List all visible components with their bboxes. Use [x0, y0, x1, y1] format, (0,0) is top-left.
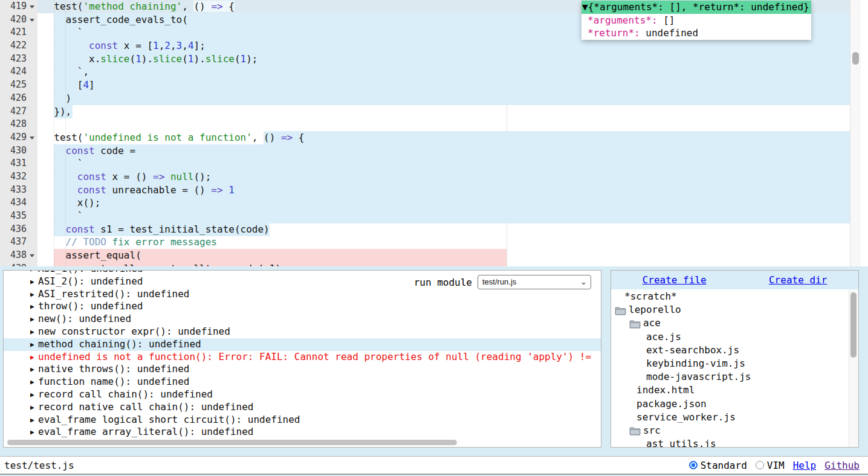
fold-icon[interactable] [30, 137, 34, 140]
expand-arrow-icon[interactable]: ▶ [30, 402, 38, 414]
tree-file[interactable]: *scratch* [611, 290, 858, 303]
code-line[interactable]: 438 assert_equal( [0, 249, 868, 262]
code-line[interactable]: 439 const call = root_calltree_node(s1) [0, 262, 868, 266]
create-file-link[interactable]: Create file [643, 274, 707, 286]
code-line[interactable]: 426 ) [0, 92, 868, 105]
tree-item-label: ast_utils.js [646, 437, 716, 447]
code-line[interactable]: 424 `, [0, 65, 868, 79]
line-number: 427 [0, 105, 27, 118]
code-text: ) [42, 92, 71, 105]
keybinding-vim-option[interactable]: VIM [756, 460, 785, 471]
test-result-item[interactable]: ▶function name(): undefined [4, 376, 601, 388]
code-line[interactable]: 427 }), [0, 105, 868, 118]
code-line[interactable]: 434 x(); [0, 196, 868, 210]
code-line[interactable]: 425 [4] [0, 79, 868, 92]
file-tree-panel: Create file Create dir *scratch*leporell… [611, 270, 859, 448]
code-line[interactable]: 429 test('undefined is not a function', … [0, 131, 868, 144]
test-result-item[interactable]: ▶ASI_restrited(): undefined [4, 288, 601, 301]
expand-arrow-icon[interactable]: ▶ [30, 276, 38, 289]
expand-arrow-icon[interactable]: ▶ [30, 314, 38, 326]
radio-standard[interactable] [689, 461, 698, 469]
line-number: 436 [0, 223, 27, 236]
run-module-label: run module [414, 277, 472, 288]
tree-scrollbar[interactable] [849, 290, 858, 447]
expand-arrow-icon[interactable]: ▶ [30, 414, 38, 427]
expand-arrow-icon[interactable]: ▶ [30, 376, 38, 389]
code-line[interactable]: 436 const s1 = test_initial_state(code) [0, 223, 868, 236]
expand-arrow-icon[interactable]: ▶ [30, 364, 38, 376]
radio-vim[interactable] [756, 461, 764, 469]
tooltip-header[interactable]: ▼{*arguments*: [], *return*: undefined} [581, 1, 811, 14]
test-result-item[interactable]: ▶method chaining(): undefined [4, 338, 601, 351]
expand-arrow-icon[interactable]: ▶ [30, 426, 38, 439]
tree-file[interactable]: package.json [611, 397, 858, 411]
test-result-item[interactable]: ▶eval_frame array_literal(): undefined [4, 426, 601, 439]
fold-icon[interactable] [30, 254, 34, 257]
tree-file[interactable]: service_worker.js [611, 411, 858, 424]
test-result-item[interactable]: ▶throw(): undefined [4, 300, 601, 313]
test-result-item[interactable]: ▶record call chain(): undefined [4, 388, 601, 401]
line-number: 420 [0, 13, 27, 27]
code-line[interactable]: 422 const x = [1,2,3,4]; [0, 39, 868, 53]
tree-folder[interactable]: ace [611, 317, 858, 330]
test-result-item[interactable]: ▶native throws(): undefined [4, 363, 601, 376]
expand-arrow-icon[interactable]: ▶ [30, 301, 38, 314]
value-tooltip: ▼{*arguments*: [], *return*: undefined} … [581, 1, 811, 40]
code-line[interactable]: 432 const x = () => null(); [0, 170, 868, 184]
expand-arrow-icon[interactable]: ▶ [30, 352, 38, 364]
editor-scrollbar-thumb[interactable] [852, 52, 859, 65]
tree-file[interactable]: mode-javascript.js [611, 370, 858, 384]
code-line[interactable]: 437 // TODO fix error messages [0, 236, 868, 249]
tree-folder[interactable]: leporello [611, 303, 858, 317]
code-line[interactable]: 423 x.slice(1).slice(1).slice(1); [0, 53, 868, 66]
tree-file[interactable]: ast_utils.js [611, 437, 858, 447]
code-text: assert_equal( [42, 249, 141, 262]
test-result-item[interactable]: ▶undefined is not a function(): Error: F… [4, 351, 601, 364]
github-link[interactable]: Github [824, 460, 860, 471]
code-line[interactable]: 433 const unreachable = () => 1 [0, 184, 868, 197]
test-result-item[interactable]: ▶new(): undefined [4, 313, 601, 326]
test-result-item[interactable]: ▶new constructor expr(): undefined [4, 326, 601, 338]
tree-item-label: ext-searchbox.js [646, 344, 739, 357]
tree-file[interactable]: keybinding-vim.js [611, 357, 858, 370]
folder-icon [629, 426, 641, 435]
expand-arrow-icon[interactable]: ▶ [30, 389, 38, 402]
code-line[interactable]: 431 ` [0, 157, 868, 170]
line-number: 432 [0, 170, 27, 184]
run-module-select[interactable]: test/run.js⌄ [478, 275, 591, 289]
test-result-item[interactable]: ▶record native call chain(): undefined [4, 401, 601, 414]
line-number: 439 [0, 262, 27, 266]
code-text: `, [42, 65, 89, 79]
tree-item-label: src [643, 424, 661, 437]
create-dir-link[interactable]: Create dir [769, 274, 827, 286]
code-text: assert_code_evals_to( [42, 13, 188, 27]
expand-arrow-icon[interactable]: ▶ [30, 326, 38, 339]
fold-icon[interactable] [30, 5, 34, 8]
results-hscrollbar-thumb[interactable] [7, 440, 457, 445]
expand-arrow-icon[interactable]: ▶ [30, 289, 38, 301]
editor-scrollbar[interactable] [850, 0, 861, 266]
help-link[interactable]: Help [793, 460, 817, 471]
test-result-item[interactable]: ▶eval_frame logical short circuit(): und… [4, 414, 601, 426]
code-line[interactable]: 428 [0, 118, 868, 131]
tree-item-label: service_worker.js [636, 411, 736, 424]
tooltip-entry[interactable]: *arguments*: [] [581, 14, 811, 27]
tree-scrollbar-thumb[interactable] [850, 292, 857, 358]
line-number: 426 [0, 92, 27, 105]
code-line[interactable]: 430 const code = [0, 144, 868, 158]
tree-file[interactable]: index.html [611, 384, 858, 397]
tree-folder[interactable]: src [611, 424, 858, 437]
expand-arrow-icon[interactable]: ▶ [30, 339, 38, 352]
tree-file[interactable]: ace.js [611, 330, 858, 344]
test-result-label: ASI_1(): undefined [38, 270, 143, 274]
code-editor[interactable]: 419 test('method chaining', () => {420 a… [0, 0, 868, 266]
expander-icon[interactable]: ▼ [582, 1, 588, 13]
fold-icon[interactable] [30, 19, 34, 22]
code-line[interactable]: 435 ` [0, 210, 868, 223]
keybinding-standard-option[interactable]: Standard [689, 460, 747, 471]
test-result-label: record native call chain(): undefined [38, 401, 253, 413]
test-result-label: native throws(): undefined [38, 363, 189, 375]
tree-item-label: ace [643, 317, 661, 330]
tooltip-entry[interactable]: *return*: undefined [581, 27, 811, 40]
tree-file[interactable]: ext-searchbox.js [611, 344, 858, 357]
